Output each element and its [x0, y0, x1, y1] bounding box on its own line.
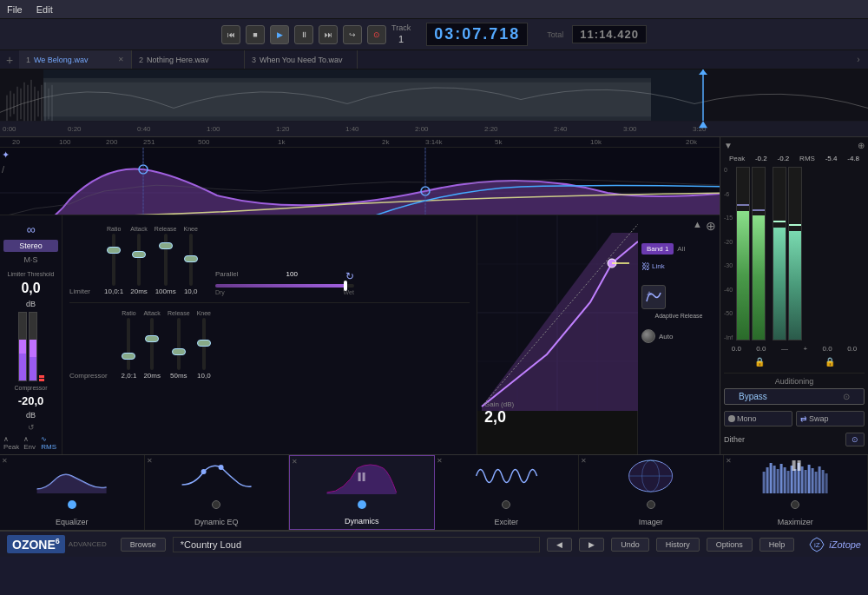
rms-mode[interactable]: ∿ RMS — [41, 435, 58, 451]
release1-label: Release — [155, 226, 177, 232]
lock-right-icon[interactable]: 🔒 — [825, 357, 835, 367]
knee1-slider[interactable] — [189, 234, 193, 286]
waveform-area[interactable]: 0:00 0:20 0:40 1:00 1:20 1:40 2:00 2:20 … — [0, 69, 868, 137]
attack2-value: 20ms — [143, 372, 161, 380]
forward-button[interactable]: ⏭ — [319, 25, 338, 44]
record-button[interactable]: ⊙ — [367, 25, 386, 44]
headphone-icon[interactable]: ⊕ — [706, 219, 716, 233]
tab-close-1[interactable]: ✕ — [118, 56, 124, 63]
eq-display[interactable]: ✦ / — [0, 148, 720, 215]
rms-val-l: -5.4 — [825, 155, 838, 162]
imager-close-icon[interactable]: ✕ — [581, 457, 587, 465]
ms-button[interactable]: M·S — [23, 255, 37, 264]
imager-power-icon[interactable] — [647, 500, 655, 509]
prev-preset-button[interactable]: ◀ — [547, 538, 572, 552]
file-menu[interactable]: File — [7, 4, 23, 15]
adaptive-release-control[interactable] — [641, 285, 716, 309]
track-tab-1[interactable]: 1 We Belong.wav ✕ — [19, 50, 132, 69]
pause-button[interactable]: ⏸ — [294, 25, 313, 44]
help-button[interactable]: Help — [760, 538, 795, 552]
env-mode[interactable]: ∧ Env — [23, 435, 37, 451]
eq-mode-icon[interactable]: ✦ — [2, 149, 10, 161]
up-icon[interactable]: ▲ — [693, 219, 702, 233]
reset-icon[interactable]: ↺ — [28, 423, 35, 432]
browse-button[interactable]: Browse — [121, 538, 166, 552]
time-display: 03:07.718 — [426, 23, 528, 46]
meter-settings-icon[interactable]: ⊕ — [858, 141, 865, 150]
next-preset-button[interactable]: ▶ — [579, 538, 604, 552]
knee2-slider[interactable] — [202, 318, 206, 370]
attack2-control: Attack 20ms — [143, 310, 161, 380]
link-control[interactable]: ⛓ Link — [641, 261, 716, 271]
attack2-slider[interactable] — [150, 318, 154, 370]
dither-button[interactable]: ⊙ — [845, 433, 865, 446]
skip-forward-button[interactable]: ↪ — [343, 25, 362, 44]
module-dynamic-eq[interactable]: ✕ Dynamic EQ — [145, 455, 290, 530]
module-dynamics[interactable]: ✕ Dynamics — [289, 455, 435, 530]
undo-button[interactable]: Undo — [611, 538, 649, 552]
svg-rect-55 — [800, 466, 803, 493]
auto-knob[interactable] — [641, 329, 655, 343]
tab-spacer — [358, 50, 849, 69]
freq-200: 200 — [106, 138, 117, 146]
module-exciter[interactable]: ✕ Exciter — [435, 455, 580, 530]
svg-rect-49 — [779, 464, 782, 493]
link-icon[interactable]: ∞ — [27, 222, 36, 236]
swap-button[interactable]: ⇄ Swap — [796, 411, 865, 426]
release1-slider[interactable] — [164, 234, 168, 286]
exciter-close-icon[interactable]: ✕ — [437, 457, 443, 465]
track-tab-2[interactable]: 2 Nothing Here.wav — [132, 50, 245, 69]
play-button[interactable]: ▶ — [270, 25, 289, 44]
izotope-logo-icon: iZ — [808, 536, 825, 553]
maximizer-close-icon[interactable]: ✕ — [726, 457, 732, 465]
limiter-title: Limiter — [69, 288, 90, 295]
lock-left-icon[interactable]: 🔒 — [754, 357, 765, 367]
ratio1-slider[interactable] — [112, 234, 115, 286]
meter-minus-icon[interactable]: — — [781, 345, 788, 353]
release2-slider[interactable] — [177, 318, 181, 370]
dynamic-eq-close-icon[interactable]: ✕ — [147, 457, 153, 465]
maximizer-power-icon[interactable] — [791, 500, 799, 509]
preset-name-field[interactable] — [173, 537, 541, 552]
attack1-slider[interactable] — [137, 234, 141, 286]
tab-scroll-right[interactable]: › — [849, 50, 868, 69]
dynamics-power-icon[interactable] — [358, 500, 366, 509]
dynamic-eq-power-icon[interactable] — [212, 500, 220, 509]
options-button[interactable]: Options — [707, 538, 753, 552]
eq-close-icon[interactable]: ✕ — [2, 457, 8, 465]
history-button[interactable]: History — [656, 538, 700, 552]
module-maximizer[interactable]: ✕ Maximizer — [724, 455, 869, 530]
stop-button[interactable]: ■ — [246, 25, 265, 44]
meter-plus-icon[interactable]: + — [803, 345, 807, 353]
eq-power-icon[interactable] — [68, 500, 76, 509]
svg-text:iZ: iZ — [814, 541, 820, 549]
eq-line-icon[interactable]: / — [2, 164, 10, 175]
module-imager[interactable]: ✕ Imager — [579, 455, 724, 530]
svg-text:1:00: 1:00 — [207, 125, 220, 133]
bypass-icon: ⊙ — [843, 392, 850, 401]
parallel-slider[interactable] — [215, 284, 354, 288]
dither-label: Dither — [724, 435, 745, 444]
attack1-control: Attack 20ms — [130, 226, 148, 295]
meter-val-3: 0.0 — [823, 345, 832, 353]
all-button[interactable]: All — [677, 245, 685, 253]
band1-button[interactable]: Band 1 — [641, 243, 674, 255]
stereo-button[interactable]: Stereo — [3, 240, 58, 252]
edit-menu[interactable]: Edit — [36, 4, 53, 15]
svg-rect-56 — [804, 470, 806, 493]
rewind-button[interactable]: ⏮ — [221, 25, 240, 44]
peak-meter-r — [752, 167, 766, 340]
bypass-button[interactable]: Bypass ⊙ — [724, 388, 865, 405]
mono-button[interactable]: Mono — [724, 411, 792, 426]
meter-down-icon[interactable]: ▼ — [724, 141, 733, 150]
module-equalizer[interactable]: ✕ Equalizer — [0, 455, 145, 530]
exciter-power-icon[interactable] — [502, 500, 510, 509]
track-tab-3[interactable]: 3 When You Need To.wav — [245, 50, 358, 69]
add-track-button[interactable]: + — [0, 50, 19, 69]
ratio2-value: 2,0:1 — [122, 372, 137, 380]
dynamics-close-icon[interactable]: ✕ — [292, 458, 298, 466]
svg-rect-44 — [762, 472, 765, 493]
peak-mode[interactable]: ∧ Peak — [3, 435, 20, 451]
knee2-label: Knee — [197, 310, 211, 316]
ratio2-slider[interactable] — [127, 318, 130, 370]
